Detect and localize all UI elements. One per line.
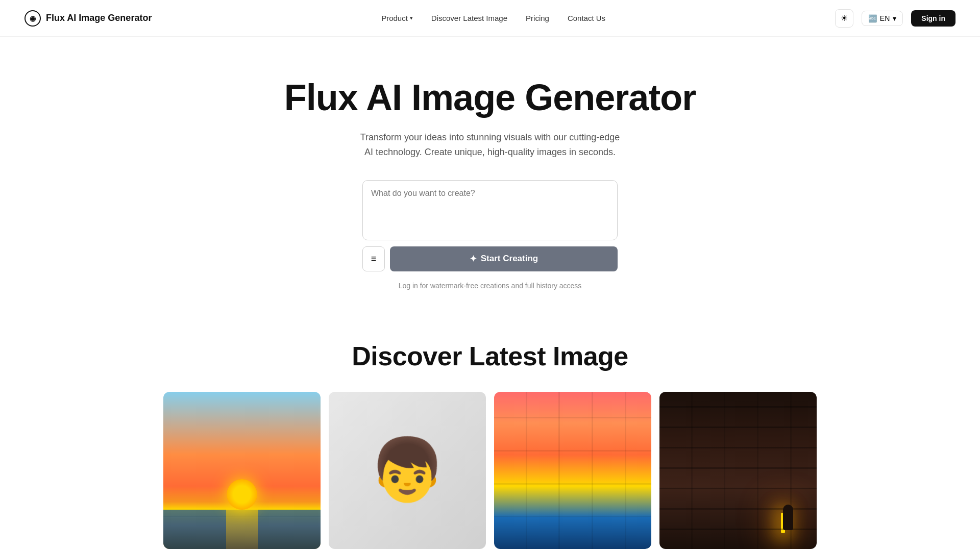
gallery-item-4[interactable] xyxy=(659,392,817,549)
prompt-input[interactable] xyxy=(371,189,609,230)
lang-label: EN xyxy=(880,14,890,22)
theme-toggle-button[interactable]: ☀ xyxy=(835,9,853,28)
navbar-actions: ☀ 🔤 EN ▾ Sign in xyxy=(835,9,955,28)
navbar: ◉ Flux AI Image Generator Product ▾ Disc… xyxy=(0,0,980,37)
nav-discover[interactable]: Discover Latest Image xyxy=(431,14,507,22)
nav-pricing[interactable]: Pricing xyxy=(526,14,549,22)
create-label: Start Creating xyxy=(481,254,538,264)
gallery-title: Discover Latest Image xyxy=(12,341,968,371)
hallway-figure xyxy=(783,505,793,530)
wand-icon: ✦ xyxy=(470,254,477,264)
gallery-grid xyxy=(163,392,817,549)
gallery-item-1[interactable] xyxy=(163,392,321,549)
login-hint: Log in for watermark-free creations and … xyxy=(362,282,618,290)
sunset-reflection xyxy=(226,510,258,549)
nav-product[interactable]: Product ▾ xyxy=(381,14,413,22)
sun-icon: ☀ xyxy=(841,13,848,23)
gallery-item-3[interactable] xyxy=(494,392,651,549)
prompt-input-wrapper xyxy=(362,180,618,240)
logo-icon: ◉ xyxy=(24,10,41,27)
hero-title: Flux AI Image Generator xyxy=(284,78,696,118)
gallery-section: Discover Latest Image xyxy=(0,320,980,551)
gallery-item-2[interactable] xyxy=(329,392,486,549)
chevron-down-icon: ▾ xyxy=(410,15,413,21)
signin-button[interactable]: Sign in xyxy=(911,10,955,27)
prompt-container: ≡ ✦ Start Creating Log in for watermark-… xyxy=(362,180,618,290)
nav-contact[interactable]: Contact Us xyxy=(568,14,605,22)
language-selector-button[interactable]: 🔤 EN ▾ xyxy=(862,11,903,26)
translate-icon: 🔤 xyxy=(868,14,877,22)
chevron-down-icon: ▾ xyxy=(893,14,896,22)
hero-subtitle: Transform your ideas into stunning visua… xyxy=(357,130,623,160)
start-creating-button[interactable]: ✦ Start Creating xyxy=(390,246,618,271)
nav-links: Product ▾ Discover Latest Image Pricing … xyxy=(381,14,605,22)
hero-section: Flux AI Image Generator Transform your i… xyxy=(0,37,980,320)
settings-button[interactable]: ≡ xyxy=(362,246,385,271)
brand-name: Flux AI Image Generator xyxy=(46,13,152,23)
brand-logo[interactable]: ◉ Flux AI Image Generator xyxy=(24,10,152,27)
settings-icon: ≡ xyxy=(371,254,377,264)
prompt-actions: ≡ ✦ Start Creating xyxy=(362,246,618,271)
